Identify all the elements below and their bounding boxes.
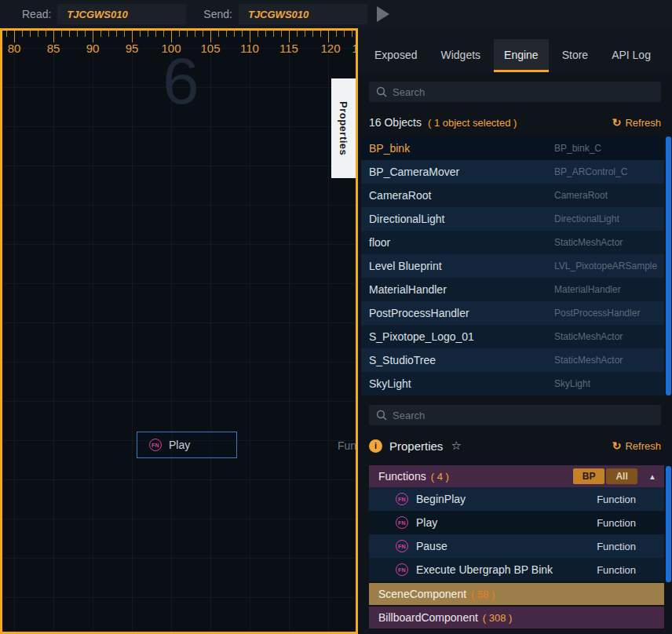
ruler-label: 120	[320, 42, 340, 55]
object-name: SkyLight	[369, 377, 554, 390]
play-widget-label: Play	[169, 439, 190, 451]
fn-icon: FN	[396, 563, 408, 576]
ruler-label: 110	[240, 42, 259, 55]
objects-scrollbar[interactable]	[666, 137, 671, 395]
section-name: SceneComponent	[378, 588, 466, 600]
play-icon[interactable]	[377, 6, 389, 22]
section-count: ( 308 )	[483, 612, 513, 624]
object-row[interactable]: MaterialHandler MaterialHandler	[361, 278, 664, 301]
object-type: DirectionalLight	[554, 213, 658, 224]
object-row[interactable]: BP_CameraMover BP_ARControl_C	[361, 160, 664, 184]
object-row[interactable]: Level Blueprint LVL_PixotopeARSample...	[361, 254, 664, 278]
function-type: Function	[597, 541, 636, 552]
ruler-label: 95	[126, 42, 139, 55]
tab-exposed[interactable]: Exposed	[364, 39, 427, 72]
viewport-watermark: 6	[163, 48, 199, 114]
object-row[interactable]: CameraRoot CameraRoot	[361, 184, 664, 207]
clipped-text: Func	[338, 439, 358, 452]
ruler-label: 85	[47, 42, 60, 55]
section-name: BillboardComponent	[378, 611, 478, 624]
properties-side-tab[interactable]: Properties	[331, 78, 356, 178]
fn-icon: FN	[396, 540, 408, 552]
ruler-label-clipped: 125	[352, 42, 358, 55]
object-row[interactable]: SkyLight SkyLight	[361, 372, 664, 395]
objects-list: BP_bink BP_bink_C BP_CameraMover BP_ARCo…	[361, 137, 664, 395]
function-row[interactable]: FN Play Function	[369, 511, 664, 534]
function-name: Play	[416, 516, 437, 529]
all-filter-button[interactable]: All	[606, 468, 637, 484]
object-type: StaticMeshActor	[554, 355, 658, 366]
function-type: Function	[597, 517, 636, 529]
function-row[interactable]: FN BeginPlay Function	[369, 487, 664, 511]
object-name: S_StudioTree	[369, 354, 554, 366]
send-label: Send:	[203, 8, 232, 20]
collapse-icon[interactable]: ▲	[648, 472, 656, 481]
read-input[interactable]	[57, 4, 186, 24]
star-icon[interactable]: ☆	[451, 439, 461, 453]
objects-search-input[interactable]	[369, 82, 661, 102]
right-panel: Exposed Widgets Engine Store API Log 16 …	[358, 28, 672, 634]
ruler-major-ticks	[2, 31, 356, 42]
object-type: StaticMeshActor	[554, 237, 658, 248]
function-row[interactable]: FN Pause Function	[369, 534, 664, 558]
objects-search	[369, 82, 661, 102]
top-bar: Read: Send:	[0, 0, 672, 28]
object-type: CameraRoot	[554, 190, 658, 201]
refresh-icon: ↻	[612, 439, 622, 452]
function-name: BeginPlay	[416, 493, 466, 505]
ruler-label: 105	[200, 42, 220, 55]
play-function-widget[interactable]: FN Play	[137, 432, 237, 458]
section-name: Functions	[378, 470, 426, 483]
section-count: ( 4 )	[431, 471, 449, 483]
object-type: BP_ARControl_C	[554, 166, 658, 177]
refresh-icon: ↻	[612, 116, 622, 129]
tab-engine[interactable]: Engine	[494, 39, 549, 72]
object-name: BP_bink	[369, 142, 554, 155]
objects-selection-note: ( 1 object selected )	[428, 117, 517, 129]
search-icon	[376, 86, 387, 97]
object-row[interactable]: S_StudioTree StaticMeshActor	[361, 348, 664, 372]
object-type: SkyLight	[554, 378, 658, 389]
section-header-scenecomponent[interactable]: SceneComponent ( 58 )	[369, 583, 664, 605]
object-name: CameraRoot	[369, 189, 554, 202]
properties-scrollbar[interactable]	[666, 466, 671, 582]
refresh-label: Refresh	[625, 440, 661, 452]
objects-header: 16 Objects ( 1 object selected ) ↻ Refre…	[369, 115, 661, 130]
tab-store[interactable]: Store	[552, 39, 598, 72]
objects-count: 16 Objects	[369, 116, 422, 129]
fn-icon: FN	[149, 439, 162, 451]
bp-all-toggle: BP All	[573, 468, 637, 484]
ruler-label: 90	[86, 42, 100, 55]
properties-title: Properties	[389, 439, 443, 453]
info-icon[interactable]: i	[369, 439, 382, 453]
object-row[interactable]: S_Pixotope_Logo_01 StaticMeshActor	[361, 325, 664, 348]
object-row[interactable]: PostProcessHandler PostProcessHandler	[361, 301, 664, 325]
section-header-functions[interactable]: Functions ( 4 ) BP All ▲	[369, 465, 664, 487]
refresh-label: Refresh	[625, 117, 661, 129]
bp-filter-button[interactable]: BP	[573, 468, 604, 484]
function-row[interactable]: FN Execute Ubergraph BP Bink Function	[369, 558, 664, 581]
tab-widgets[interactable]: Widgets	[430, 39, 491, 72]
object-row[interactable]: BP_bink BP_bink_C	[361, 137, 664, 160]
object-row[interactable]: DirectionalLight DirectionalLight	[361, 207, 664, 231]
object-name: MaterialHandler	[369, 283, 554, 296]
section-header-billboardcomponent[interactable]: BillboardComponent ( 308 )	[369, 607, 664, 629]
send-input[interactable]	[239, 4, 367, 24]
object-type: MaterialHandler	[554, 284, 658, 295]
read-label: Read:	[22, 8, 51, 20]
object-type: StaticMeshActor	[554, 331, 658, 342]
function-type: Function	[597, 564, 636, 576]
tab-api-log[interactable]: API Log	[601, 39, 661, 72]
object-name: floor	[369, 236, 554, 249]
properties-search-input[interactable]	[369, 405, 661, 425]
object-row[interactable]: floor StaticMeshActor	[361, 231, 664, 254]
function-type: Function	[597, 494, 636, 505]
section-count: ( 58 )	[471, 588, 495, 600]
object-name: Level Blueprint	[369, 260, 554, 272]
object-type: BP_bink_C	[554, 143, 658, 154]
properties-search	[369, 405, 661, 425]
ruler-label: 115	[279, 42, 298, 55]
object-name: DirectionalLight	[369, 213, 554, 225]
objects-refresh-button[interactable]: ↻ Refresh	[612, 116, 661, 129]
properties-refresh-button[interactable]: ↻ Refresh	[612, 439, 661, 452]
